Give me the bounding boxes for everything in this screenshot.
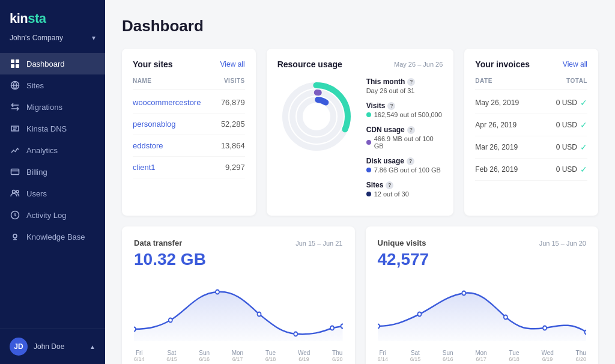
- unique-visits-card: Unique visits Jun 15 – Jun 20 42,577: [366, 226, 599, 364]
- stat-value: Day 26 out of 31: [366, 87, 443, 94]
- data-transfer-header: Data transfer Jun 15 – Jun 21: [134, 238, 343, 247]
- sidebar-item-billing[interactable]: Billing: [0, 161, 105, 183]
- invoice-date: Mar 26, 2019: [475, 143, 518, 151]
- chevron-up-icon: ▲: [89, 344, 95, 350]
- check-icon: ✓: [580, 142, 587, 152]
- sidebar-item-dashboard[interactable]: Dashboard: [0, 53, 105, 74]
- sidebar-item-label: Kinsta DNS: [26, 124, 67, 133]
- user-menu[interactable]: JD John Doe ▲: [0, 329, 105, 364]
- sidebar-item-label: Migrations: [26, 103, 62, 112]
- stat-value: 162,549 out of 500,000: [366, 111, 443, 118]
- check-icon: ✓: [580, 98, 587, 108]
- stat-cdn: CDN usage ? 466.9 MB out of 100 GB: [366, 126, 443, 150]
- stat-visits: Visits ? 162,549 out of 500,000: [366, 102, 443, 118]
- your-sites-card: Your sites View all NAME VISITS woocomme…: [122, 49, 256, 216]
- svg-point-23: [378, 324, 380, 329]
- invoice-row: Mar 26, 2019 0 USD ✓: [475, 136, 587, 159]
- invoices-view-all[interactable]: View all: [563, 60, 587, 68]
- resource-card-header: Resource usage May 26 – Jun 26: [277, 59, 443, 69]
- site-visits: 52,285: [221, 120, 245, 129]
- svg-rect-0: [11, 59, 14, 63]
- site-name[interactable]: client1: [133, 163, 156, 172]
- unique-visits-value: 42,577: [378, 250, 587, 269]
- svg-rect-2: [11, 64, 14, 68]
- sidebar: kinsta John's Company ▾ Dashboard Sites …: [0, 0, 105, 364]
- activity-log-icon: [10, 210, 20, 220]
- dns-icon: [10, 123, 20, 134]
- resource-stats: This month ? Day 26 out of 31 Visits ?: [366, 77, 443, 205]
- invoice-total: 0 USD ✓: [556, 142, 587, 152]
- user-name: John Doe: [34, 342, 83, 351]
- unique-visits-date: Jun 15 – Jun 20: [539, 240, 586, 247]
- migrations-icon: [10, 102, 20, 112]
- stat-label: CDN usage ?: [366, 126, 443, 134]
- sidebar-item-label: Users: [26, 189, 47, 198]
- stat-sites: Sites ? 12 out of 30: [366, 181, 443, 198]
- sidebar-item-users[interactable]: Users: [0, 183, 105, 204]
- avatar: JD: [10, 338, 28, 356]
- invoice-date: Apr 26, 2019: [475, 121, 517, 129]
- resource-usage-card: Resource usage May 26 – Jun 26: [267, 49, 454, 216]
- sidebar-item-sites[interactable]: Sites: [0, 74, 105, 96]
- resource-content: This month ? Day 26 out of 31 Visits ?: [277, 77, 443, 205]
- stat-this-month: This month ? Day 26 out of 31: [366, 77, 443, 94]
- chart-label: Fri 6/14: [378, 350, 389, 362]
- invoice-date: Feb 26, 2019: [475, 165, 518, 174]
- data-transfer-value: 10.32 GB: [134, 250, 343, 269]
- stat-label: Disk usage ?: [366, 157, 443, 165]
- col-date: DATE: [475, 77, 492, 84]
- chart-label: Wed 6/19: [298, 350, 310, 362]
- company-selector[interactable]: John's Company ▾: [0, 34, 105, 50]
- sidebar-item-activity-log[interactable]: Activity Log: [0, 204, 105, 226]
- stat-value: 466.9 MB out of 100 GB: [366, 135, 443, 150]
- invoice-row: Feb 26, 2019 0 USD ✓: [475, 159, 587, 181]
- site-name[interactable]: woocommercestore: [133, 98, 201, 107]
- site-name[interactable]: eddstore: [133, 141, 163, 150]
- data-transfer-chart: [134, 275, 343, 347]
- nav-menu: Dashboard Sites Migrations Kinsta DNS: [0, 50, 105, 329]
- svg-point-9: [13, 234, 17, 238]
- disk-dot: [366, 168, 371, 172]
- chart-label: Sun 6/16: [199, 350, 210, 362]
- svg-rect-5: [11, 169, 19, 175]
- sites-view-all[interactable]: View all: [220, 60, 245, 68]
- company-name: John's Company: [10, 34, 63, 42]
- sites-table: NAME VISITS woocommercestore 76,879 pers…: [133, 77, 245, 178]
- svg-point-19: [257, 312, 261, 317]
- disk-help-icon[interactable]: ?: [407, 157, 414, 165]
- sidebar-item-label: Knowledge Base: [26, 232, 85, 241]
- stat-label: Visits ?: [366, 102, 443, 110]
- sites-card-title: Your sites: [133, 59, 173, 69]
- svg-point-16: [134, 327, 136, 332]
- invoice-total: 0 USD ✓: [556, 98, 587, 108]
- unique-visits-header: Unique visits Jun 15 – Jun 20: [378, 238, 587, 247]
- invoice-row: Apr 26, 2019 0 USD ✓: [475, 114, 587, 136]
- analytics-icon: [10, 145, 20, 156]
- sidebar-item-label: Analytics: [26, 146, 58, 155]
- billing-icon: [10, 166, 20, 177]
- sites-help-icon[interactable]: ?: [386, 181, 393, 189]
- visits-dot: [366, 112, 371, 117]
- invoice-row: May 26, 2019 0 USD ✓: [475, 92, 587, 114]
- svg-point-7: [16, 190, 19, 193]
- chart-label: Sat 6/15: [166, 350, 177, 362]
- svg-point-24: [417, 312, 421, 317]
- svg-point-26: [503, 315, 507, 320]
- chevron-down-icon: ▾: [92, 34, 95, 42]
- sidebar-item-analytics[interactable]: Analytics: [0, 139, 105, 161]
- svg-point-28: [584, 330, 586, 335]
- stat-label: This month ?: [366, 77, 443, 86]
- sidebar-item-label: Dashboard: [26, 59, 65, 68]
- svg-rect-3: [16, 64, 19, 68]
- sidebar-item-knowledge-base[interactable]: Knowledge Base: [0, 226, 105, 247]
- this-month-help-icon[interactable]: ?: [407, 78, 415, 86]
- visits-help-icon[interactable]: ?: [387, 102, 395, 110]
- cdn-help-icon[interactable]: ?: [407, 126, 415, 134]
- site-row: woocommercestore 76,879: [133, 92, 245, 114]
- sidebar-item-kinsta-dns[interactable]: Kinsta DNS: [0, 118, 105, 139]
- site-name[interactable]: personablog: [133, 120, 176, 129]
- logo-area: kinsta: [0, 0, 105, 34]
- stat-disk: Disk usage ? 7.86 GB out of 100 GB: [366, 157, 443, 174]
- chart-label: Sat 6/15: [410, 350, 421, 362]
- sidebar-item-migrations[interactable]: Migrations: [0, 96, 105, 118]
